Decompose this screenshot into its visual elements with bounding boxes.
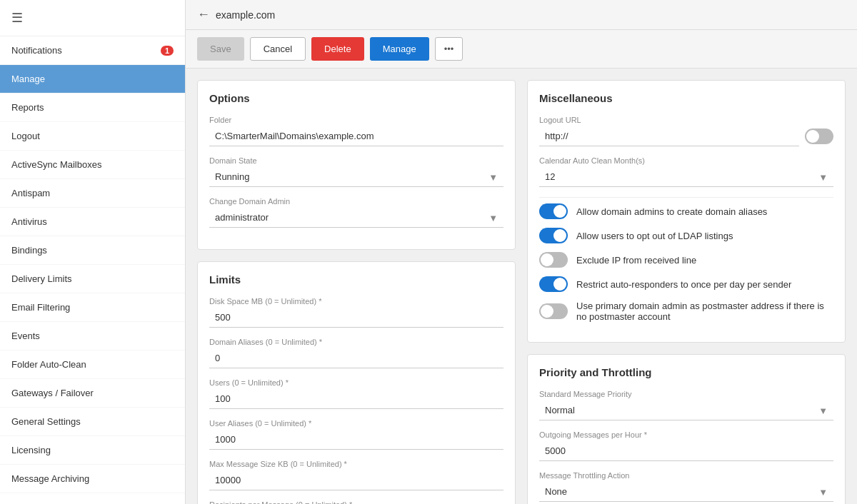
right-column: Miscellaneous Logout URL Calendar Auto C… bbox=[527, 80, 846, 493]
hamburger-icon[interactable]: ☰ bbox=[11, 10, 23, 26]
folder-input[interactable] bbox=[209, 126, 503, 146]
max-message-size-input[interactable] bbox=[209, 470, 503, 490]
sidebar-item-label: Events bbox=[11, 331, 40, 341]
sidebar-item-antivirus[interactable]: Antivirus bbox=[0, 208, 185, 236]
toggle-restrict-autoresponders[interactable] bbox=[539, 276, 568, 292]
outgoing-messages-group: Outgoing Messages per Hour * bbox=[539, 430, 833, 461]
domain-state-select-wrapper: Running Disabled ▼ bbox=[209, 167, 503, 187]
toggles-container: Allow domain admins to create domain ali… bbox=[539, 203, 833, 322]
domain-admin-select[interactable]: administrator bbox=[209, 208, 503, 228]
toggle-allow-aliases[interactable] bbox=[539, 203, 568, 219]
standard-priority-label: Standard Message Priority bbox=[539, 390, 833, 398]
sidebar-item-logout[interactable]: Logout bbox=[0, 122, 185, 151]
outgoing-messages-label: Outgoing Messages per Hour * bbox=[539, 430, 833, 439]
sidebar-item-label: Logout bbox=[11, 131, 40, 141]
throttle-action-label: Message Throttling Action bbox=[539, 471, 833, 480]
toggle-label-allow-aliases: Allow domain admins to create domain ali… bbox=[576, 206, 767, 217]
save-button[interactable]: Save bbox=[197, 37, 244, 61]
domain-state-group: Domain State Running Disabled ▼ bbox=[209, 156, 503, 187]
sidebar-item-folder-auto-clean[interactable]: Folder Auto-Clean bbox=[0, 351, 185, 379]
toggle-row-allow-aliases: Allow domain admins to create domain ali… bbox=[539, 203, 833, 219]
topbar: ← example.com bbox=[186, 0, 857, 30]
disk-space-input[interactable] bbox=[209, 308, 503, 328]
toggle-label-allow-ldap: Allow users to opt out of LDAP listings bbox=[576, 231, 733, 241]
sidebar-item-label: General Settings bbox=[11, 416, 81, 427]
user-aliases-label: User Aliases (0 = Unlimited) * bbox=[209, 419, 503, 428]
domain-state-select[interactable]: Running Disabled bbox=[209, 167, 503, 187]
miscellaneous-card: Miscellaneous Logout URL Calendar Auto C… bbox=[527, 80, 846, 343]
sidebar-item-general-settings[interactable]: General Settings bbox=[0, 408, 185, 436]
calendar-auto-clean-select[interactable]: 12 6 3 1 bbox=[539, 167, 833, 187]
manage-button[interactable]: Manage bbox=[370, 37, 429, 61]
sidebar-item-gateways-failover[interactable]: Gateways / Failover bbox=[0, 379, 185, 408]
limits-title: Limits bbox=[209, 273, 503, 286]
sidebar-item-label: Antivirus bbox=[11, 216, 47, 227]
outgoing-messages-input[interactable] bbox=[539, 441, 833, 461]
sidebar-item-reports[interactable]: Reports bbox=[0, 94, 185, 122]
sidebar-item-label: Bindings bbox=[11, 245, 47, 256]
users-group: Users (0 = Unlimited) * bbox=[209, 378, 503, 409]
sidebar-item-bindings[interactable]: Bindings bbox=[0, 236, 185, 265]
content-area: Options Folder Domain State Running Disa… bbox=[186, 69, 857, 504]
misc-title: Miscellaneous bbox=[539, 92, 833, 104]
users-input[interactable] bbox=[209, 389, 503, 409]
sidebar-item-label: Manage bbox=[11, 74, 45, 84]
sidebar-header: ☰ bbox=[0, 0, 185, 36]
folder-label: Folder bbox=[209, 116, 503, 124]
sidebar-item-label: Delivery Limits bbox=[11, 273, 72, 284]
sidebar-item-events[interactable]: Events bbox=[0, 322, 185, 351]
sidebar-item-delivery-limits[interactable]: Delivery Limits bbox=[0, 265, 185, 293]
domain-admin-group: Change Domain Admin administrator ▼ bbox=[209, 197, 503, 228]
user-aliases-input[interactable] bbox=[209, 430, 503, 450]
users-label: Users (0 = Unlimited) * bbox=[209, 378, 503, 387]
throttle-action-group: Message Throttling Action None Delay Bou… bbox=[539, 471, 833, 502]
throttle-action-select-wrapper: None Delay Bounce ▼ bbox=[539, 482, 833, 502]
domain-aliases-group: Domain Aliases (0 = Unlimited) * bbox=[209, 338, 503, 368]
calendar-auto-clean-group: Calendar Auto Clean Month(s) 12 6 3 1 ▼ bbox=[539, 156, 833, 187]
action-bar: Save Cancel Delete Manage ••• bbox=[186, 30, 857, 69]
sidebar-item-message-archiving[interactable]: Message Archiving bbox=[0, 465, 185, 493]
priority-title: Priority and Throttling bbox=[539, 366, 833, 378]
sidebar-item-label: Licensing bbox=[11, 445, 51, 455]
delete-button[interactable]: Delete bbox=[311, 37, 364, 61]
sidebar-item-manage[interactable]: Manage bbox=[0, 65, 185, 94]
logout-url-label: Logout URL bbox=[539, 116, 833, 124]
cancel-button[interactable]: Cancel bbox=[250, 37, 306, 61]
recipients-group: Recipients per Message (0 = Unlimited) * bbox=[209, 500, 503, 504]
max-message-size-group: Max Message Size KB (0 = Unlimited) * bbox=[209, 460, 503, 490]
logout-url-input[interactable] bbox=[539, 126, 799, 146]
sidebar-item-email-filtering[interactable]: Email Filtering bbox=[0, 293, 185, 322]
domain-label: example.com bbox=[216, 9, 275, 21]
left-column: Options Folder Domain State Running Disa… bbox=[197, 80, 516, 493]
toggle-exclude-ip[interactable] bbox=[539, 252, 568, 268]
toggle-row-use-primary-admin: Use primary domain admin as postmaster a… bbox=[539, 301, 833, 322]
toggle-use-primary-admin[interactable] bbox=[539, 303, 568, 319]
sidebar-item-notifications[interactable]: Notifications1 bbox=[0, 36, 185, 65]
sidebar-item-antispam[interactable]: Antispam bbox=[0, 179, 185, 208]
sidebar-item-label: Gateways / Failover bbox=[11, 388, 94, 398]
logout-url-toggle[interactable] bbox=[805, 128, 833, 144]
more-button[interactable]: ••• bbox=[435, 37, 463, 61]
throttle-action-select[interactable]: None Delay Bounce bbox=[539, 482, 833, 502]
toggle-allow-ldap[interactable] bbox=[539, 228, 568, 243]
toggle-label-restrict-autoresponders: Restrict auto-responders to once per day… bbox=[576, 279, 791, 290]
sidebar-item-notification-profiles[interactable]: Notification Profiles bbox=[0, 493, 185, 504]
domain-admin-select-wrapper: administrator ▼ bbox=[209, 208, 503, 228]
sidebar-item-label: Folder Auto-Clean bbox=[11, 359, 86, 370]
toggle-row-restrict-autoresponders: Restrict auto-responders to once per day… bbox=[539, 276, 833, 292]
options-title: Options bbox=[209, 92, 503, 104]
sidebar-item-label: Message Archiving bbox=[11, 473, 89, 484]
domain-admin-label: Change Domain Admin bbox=[209, 197, 503, 206]
sidebar-item-label: Email Filtering bbox=[11, 302, 70, 313]
limits-card: Limits Disk Space MB (0 = Unlimited) * D… bbox=[197, 261, 516, 504]
sidebar: ☰ Notifications1ManageReportsLogoutActiv… bbox=[0, 0, 186, 504]
logout-url-group: Logout URL bbox=[539, 116, 833, 146]
back-button[interactable]: ← bbox=[197, 7, 210, 22]
recipients-label: Recipients per Message (0 = Unlimited) * bbox=[209, 500, 503, 504]
sidebar-item-licensing[interactable]: Licensing bbox=[0, 436, 185, 465]
domain-aliases-input[interactable] bbox=[209, 348, 503, 368]
standard-priority-select[interactable]: Normal Low High bbox=[539, 400, 833, 420]
sidebar-item-label: Reports bbox=[11, 102, 44, 113]
options-card: Options Folder Domain State Running Disa… bbox=[197, 80, 516, 250]
sidebar-item-activesync-mailboxes[interactable]: ActiveSync Mailboxes bbox=[0, 151, 185, 179]
